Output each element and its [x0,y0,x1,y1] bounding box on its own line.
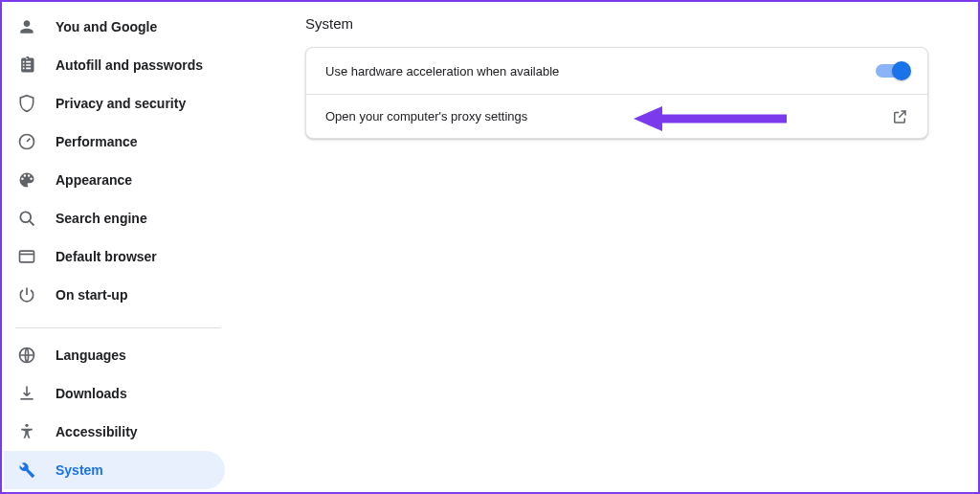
sidebar-item-appearance[interactable]: Appearance [4,161,225,199]
palette-icon [17,170,36,190]
clipboard-icon [17,56,36,75]
sidebar-group-advanced: Languages Downloads Accessibility System… [2,336,236,494]
sidebar-item-label: Appearance [56,172,132,188]
sidebar-item-search-engine[interactable]: Search engine [4,199,225,237]
sidebar-item-label: Search engine [56,211,147,226]
browser-icon [17,247,36,266]
wrench-icon [17,460,36,480]
sidebar-item-system[interactable]: System [4,451,225,489]
svg-marker-8 [634,106,662,131]
shield-icon [17,94,36,113]
sidebar-item-label: On start-up [56,287,127,303]
svg-point-6 [25,424,28,427]
sidebar-item-label: You and Google [56,19,157,34]
magnify-icon [17,209,36,228]
sidebar-item-label: Privacy and security [56,96,186,111]
sidebar-item-autofill[interactable]: Autofill and passwords [4,46,225,84]
sidebar-item-label: Autofill and passwords [56,57,203,73]
page-title: System [305,15,928,32]
toggle-hardware-acceleration[interactable] [876,64,908,78]
settings-main: System Use hardware acceleration when av… [236,2,978,492]
sidebar-item-privacy[interactable]: Privacy and security [4,84,225,123]
sidebar-item-label: Accessibility [56,424,138,439]
sidebar-group-basic: You and Google Autofill and passwords Pr… [2,8,236,322]
globe-icon [17,346,36,365]
sidebar-item-label: Downloads [56,386,127,401]
sidebar-item-performance[interactable]: Performance [4,123,225,161]
sidebar-item-label: System [56,462,103,478]
accessibility-icon [17,422,36,441]
annotation-arrow [634,104,787,133]
svg-line-2 [30,221,34,226]
sidebar-item-reset[interactable]: Reset settings [4,489,225,494]
sidebar-item-accessibility[interactable]: Accessibility [4,413,225,451]
sidebar-item-default-browser[interactable]: Default browser [4,237,225,276]
sidebar-item-downloads[interactable]: Downloads [4,374,225,413]
sidebar-item-languages[interactable]: Languages [4,336,225,374]
settings-sidebar: You and Google Autofill and passwords Pr… [2,2,236,492]
power-icon [17,285,36,304]
svg-point-1 [20,212,31,222]
row-hardware-acceleration[interactable]: Use hardware acceleration when available [306,48,927,94]
sidebar-item-startup[interactable]: On start-up [4,276,225,314]
download-icon [17,384,36,403]
sidebar-item-label: Languages [56,348,126,363]
settings-card: Use hardware acceleration when available… [305,47,928,139]
sidebar-divider [15,327,221,328]
row-label: Use hardware acceleration when available [325,64,559,79]
row-proxy-settings[interactable]: Open your computer's proxy settings [306,94,927,138]
sidebar-item-label: Performance [56,134,138,149]
row-label: Open your computer's proxy settings [325,109,527,124]
svg-rect-3 [20,251,34,262]
sidebar-item-label: Default browser [56,249,157,264]
speedometer-icon [17,132,36,151]
open-external-icon [891,108,908,125]
person-icon [17,17,36,36]
sidebar-item-you-and-google[interactable]: You and Google [4,8,225,46]
